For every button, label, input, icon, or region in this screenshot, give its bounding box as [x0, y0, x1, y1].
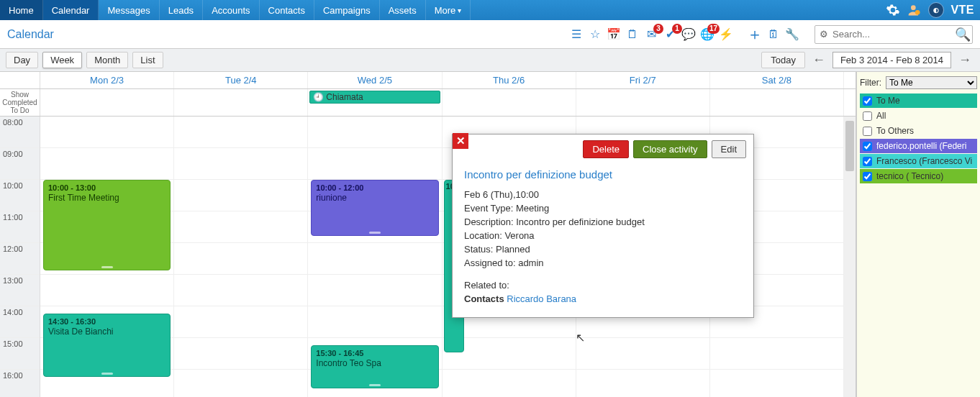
nav-campaigns[interactable]: Campaigns: [314, 0, 380, 20]
event-first-time-meeting[interactable]: 10:00 - 13:00 First Time Meeting: [43, 180, 171, 270]
search-box[interactable]: ⚙ 🔍: [815, 25, 973, 44]
day-header-wed[interactable]: Wed 2/5: [308, 72, 442, 88]
filter-checkbox[interactable]: [863, 172, 872, 181]
hour-label: 12:00: [0, 243, 40, 275]
allday-event-chiamata[interactable]: 🕘Chiamata: [309, 91, 440, 104]
filter-sidebar: Filter: To Me To MeAllTo Othersfederico.…: [856, 72, 980, 397]
search-input[interactable]: [832, 29, 953, 40]
day-header-mon[interactable]: Mon 2/3: [40, 72, 174, 88]
nav-accounts[interactable]: Accounts: [203, 0, 259, 20]
filter-item-label: Francesco (Francesco Vi: [876, 156, 972, 166]
hour-label: 14:00: [0, 306, 40, 338]
delete-button[interactable]: Delete: [583, 140, 629, 158]
view-week[interactable]: Week: [42, 52, 82, 68]
hour-label: 16:00: [0, 370, 40, 397]
user-settings-icon[interactable]: [906, 1, 923, 19]
day-header-sat[interactable]: Sat 2/8: [710, 72, 844, 88]
view-controls: Day Week Month List Today ← Feb 3 2014 -…: [0, 49, 980, 72]
popup-datetime: Feb 6 (Thu),10:00: [464, 189, 742, 200]
brand-badge-icon: ◐: [927, 1, 945, 19]
hour-label: 13:00: [0, 275, 40, 306]
wrench-icon[interactable]: 🔧: [784, 27, 800, 42]
filter-item[interactable]: tecnico ( Tecnico): [860, 169, 977, 183]
filter-item-label: To Me: [876, 96, 900, 106]
allday-toggle[interactable]: Show Completed To Do: [0, 89, 40, 116]
event-visita-de-bianchi[interactable]: 14:30 - 16:30 Visita De Bianchi: [43, 314, 171, 377]
filter-checkbox[interactable]: [863, 142, 872, 151]
nav-leads[interactable]: Leads: [160, 0, 203, 20]
filter-checkbox[interactable]: [863, 157, 872, 166]
list-view-icon[interactable]: ☰: [568, 27, 584, 42]
view-month[interactable]: Month: [86, 52, 128, 68]
nav-contacts[interactable]: Contacts: [260, 0, 314, 20]
view-list[interactable]: List: [132, 52, 163, 68]
favorite-star-icon[interactable]: ☆: [587, 27, 603, 42]
filter-checkbox[interactable]: [863, 127, 872, 136]
day-col-tue[interactable]: [174, 117, 308, 397]
filter-item[interactable]: To Me: [860, 93, 977, 108]
hour-label: 09:00: [0, 148, 40, 180]
event-riunione[interactable]: 10:00 - 12:00 riunione: [311, 180, 438, 236]
nav-messages[interactable]: Messages: [99, 0, 159, 20]
svg-point-0: [911, 5, 916, 10]
filter-item-label: All: [876, 111, 886, 121]
hour-label: 15:00: [0, 338, 40, 370]
task-check-icon[interactable]: ✔1: [662, 27, 678, 42]
event-incontro-teo[interactable]: 15:30 - 16:45 Incontro Teo Spa: [311, 345, 438, 388]
day-col-wed[interactable]: 10:00 - 12:00 riunione 15:30 - 16:45 Inc…: [308, 117, 442, 397]
bolt-icon[interactable]: ⚡: [718, 27, 734, 42]
next-week-icon[interactable]: →: [956, 53, 974, 68]
add-event-icon[interactable]: ＋: [747, 27, 763, 42]
filter-checkbox[interactable]: [863, 96, 872, 106]
chat-icon[interactable]: 💬: [681, 27, 697, 42]
filter-item[interactable]: All: [860, 109, 977, 123]
close-activity-button[interactable]: Close activity: [633, 140, 707, 158]
filter-item[interactable]: Francesco (Francesco Vi: [860, 154, 977, 168]
nav-calendar[interactable]: Calendar: [43, 0, 99, 20]
filter-item-label: federico.pontelli (Federi: [876, 141, 966, 151]
nav-assets[interactable]: Assets: [380, 0, 426, 20]
filter-item[interactable]: To Others: [860, 124, 977, 138]
day-header-tue[interactable]: Tue 2/4: [174, 72, 308, 88]
hour-label: 10:00: [0, 180, 40, 211]
filter-item-label: To Others: [876, 126, 914, 136]
toolbar: Calendar ☰ ☆ 📅 🗒 ✉3 ✔1 💬 🌐17 ⚡ ＋ 🗓 🔧 ⚙ 🔍: [0, 20, 980, 49]
page-title: Calendar: [7, 28, 54, 41]
note-icon[interactable]: 🗒: [625, 27, 640, 42]
prev-week-icon[interactable]: ←: [809, 53, 828, 68]
day-header-fri[interactable]: Fri 2/7: [576, 72, 710, 88]
brand-text: VTE: [950, 4, 974, 17]
related-to-label: Related to:: [464, 280, 742, 291]
nav-home[interactable]: Home: [0, 0, 43, 20]
globe-icon[interactable]: 🌐17: [699, 27, 715, 42]
view-day[interactable]: Day: [6, 52, 38, 68]
search-settings-icon[interactable]: ⚙: [815, 29, 832, 40]
day-col-mon[interactable]: 10:00 - 13:00 First Time Meeting 14:30 -…: [40, 117, 174, 397]
search-submit-icon[interactable]: 🔍: [953, 27, 972, 42]
mail-icon[interactable]: ✉3: [643, 27, 659, 42]
filter-select[interactable]: To Me: [886, 76, 977, 89]
filter-item-label: tecnico ( Tecnico): [876, 171, 943, 181]
date-range[interactable]: Feb 3 2014 - Feb 8 2014: [832, 52, 951, 68]
event-detail-popup: ✕ Delete Close activity Edit Incontro pe…: [452, 134, 754, 318]
filter-item[interactable]: federico.pontelli (Federi: [860, 139, 977, 153]
close-icon[interactable]: ✕: [453, 133, 468, 149]
hour-label: 08:00: [0, 117, 40, 148]
popup-title[interactable]: Incontro per definizione budget: [464, 168, 742, 181]
new-calendar-icon[interactable]: 🗓: [766, 27, 781, 42]
hour-label: 11:00: [0, 211, 40, 243]
settings-gear-icon[interactable]: [884, 1, 902, 19]
today-button[interactable]: Today: [761, 52, 805, 68]
top-nav: Home Calendar Messages Leads Accounts Co…: [0, 0, 980, 20]
clock-icon: 🕘: [313, 92, 324, 102]
vertical-scrollbar[interactable]: [844, 117, 856, 397]
filter-label: Filter:: [860, 78, 881, 88]
filter-checkbox[interactable]: [863, 111, 872, 121]
svg-point-1: [915, 10, 920, 15]
edit-button[interactable]: Edit: [712, 140, 746, 158]
contact-link[interactable]: Riccardo Barana: [507, 293, 576, 304]
calendar-day-icon[interactable]: 📅: [606, 27, 622, 42]
nav-more[interactable]: More: [426, 0, 471, 20]
day-header-thu[interactable]: Thu 2/6: [443, 72, 576, 88]
